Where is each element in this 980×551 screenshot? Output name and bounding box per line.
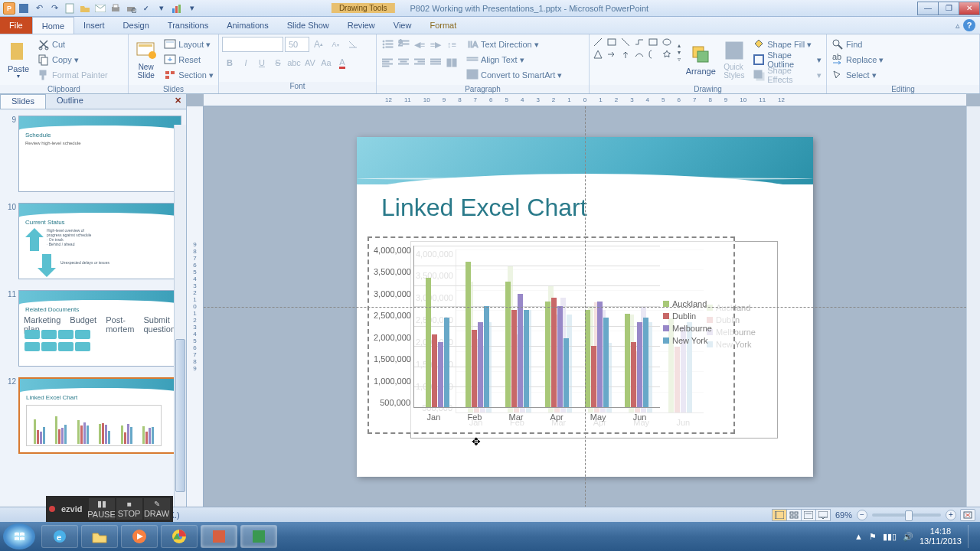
shape-rect2-icon[interactable] (648, 37, 658, 47)
find-button[interactable]: Find (830, 37, 885, 52)
font-family-input[interactable] (222, 37, 283, 52)
tray-volume-icon[interactable]: 🔊 (903, 532, 913, 542)
transitions-tab[interactable]: Transitions (158, 17, 217, 34)
zoom-level[interactable]: 69% (835, 510, 852, 520)
spacing-icon[interactable]: AV (302, 55, 318, 70)
paste-button[interactable]: Paste▼ (3, 37, 34, 83)
italic-icon[interactable]: I (238, 55, 253, 70)
align-left-icon[interactable] (380, 55, 395, 70)
taskbar-powerpoint-icon[interactable]: P (201, 525, 237, 548)
taskbar-explorer-icon[interactable] (81, 525, 118, 548)
fit-window-icon[interactable] (960, 509, 975, 521)
zoom-out-icon[interactable]: − (857, 510, 867, 520)
view-tab[interactable]: View (384, 17, 421, 34)
shape-conn-icon[interactable] (634, 37, 645, 47)
new-icon[interactable] (63, 2, 77, 15)
reset-button[interactable]: Reset (162, 52, 215, 67)
maximize-button[interactable]: ❐ (938, 2, 959, 15)
font-color-icon[interactable]: A (335, 55, 350, 70)
zoom-in-icon[interactable]: + (946, 510, 956, 520)
thumbnail-list[interactable]: 9 ScheduleReview high-level schedule 10 … (0, 109, 186, 507)
shape-tri-icon[interactable] (593, 49, 603, 60)
section-button[interactable]: Section ▾ (162, 67, 215, 83)
nav-close-icon[interactable]: ✕ (170, 94, 186, 109)
shape-outline-button[interactable]: Shape Outline ▾ (751, 52, 823, 67)
animations-tab[interactable]: Animations (217, 17, 277, 34)
cut-button[interactable]: Cut (36, 37, 109, 52)
clear-format-icon[interactable] (345, 37, 360, 52)
show-desktop-button[interactable] (968, 525, 974, 548)
bullets-icon[interactable] (380, 37, 395, 52)
grow-font-icon[interactable]: A▴ (311, 37, 326, 52)
minimize-button[interactable]: — (917, 2, 939, 15)
thumbnail-9[interactable]: 9 ScheduleReview high-level schedule (5, 116, 181, 192)
system-tray[interactable]: ▲ ⚑ ▮▮▯ 🔊 14:1813/11/2013 (854, 525, 977, 548)
replace-button[interactable]: abReplace ▾ (830, 52, 885, 67)
new-slide-button[interactable]: New Slide (132, 37, 160, 83)
recorder-stop-button[interactable]: ■STOP (116, 498, 142, 520)
tray-network-icon[interactable]: ▮▮▯ (883, 532, 897, 542)
align-text-button[interactable]: Align Text ▾ (465, 52, 564, 67)
align-center-icon[interactable] (396, 55, 411, 70)
line-spacing-icon[interactable]: ↕≡ (444, 37, 459, 52)
taskbar-chrome-icon[interactable] (161, 525, 198, 548)
shape-arrowu-icon[interactable] (620, 49, 631, 60)
shapes-gallery[interactable] (593, 37, 674, 60)
slideshow-tab[interactable]: Slide Show (278, 17, 338, 34)
file-tab[interactable]: File (0, 17, 32, 34)
format-painter-button[interactable]: Format Painter (36, 67, 109, 83)
shape-rect-icon[interactable] (606, 37, 617, 47)
shadow-icon[interactable]: abc (286, 55, 302, 70)
review-tab[interactable]: Review (338, 17, 384, 34)
shrink-font-icon[interactable]: A▾ (328, 37, 343, 52)
arrange-button[interactable]: Arrange (684, 37, 717, 83)
shape-brace-icon[interactable] (648, 49, 658, 60)
chart-object[interactable]: 500,0001,000,0001,500,0002,000,0002,500,… (368, 236, 735, 434)
columns-icon[interactable] (444, 55, 459, 70)
dedent-icon[interactable]: ◀≡ (412, 37, 427, 52)
normal-view-icon[interactable] (772, 509, 787, 521)
shape-fill-button[interactable]: Shape Fill ▾ (751, 37, 823, 52)
case-icon[interactable]: Aa (318, 55, 334, 70)
print-quick-icon[interactable] (109, 2, 122, 15)
thumbnail-11[interactable]: 11 Related Documents MarketingplanBudget… (5, 290, 181, 367)
copy-button[interactable]: Copy ▾ (36, 52, 109, 67)
shape-line2-icon[interactable] (620, 37, 631, 47)
zoom-slider[interactable] (872, 514, 941, 517)
insert-tab[interactable]: Insert (74, 17, 114, 34)
start-button[interactable] (3, 523, 35, 549)
design-tab[interactable]: Design (114, 17, 158, 34)
ribbon-minimize-icon[interactable]: ▵ (956, 21, 960, 31)
indent-icon[interactable]: ≡▶ (428, 37, 443, 52)
help-icon[interactable]: ? (963, 19, 975, 31)
undo-icon[interactable]: ↶ (32, 2, 46, 15)
shape-arrowr-icon[interactable] (606, 49, 617, 60)
editor-scrollbar[interactable] (966, 106, 980, 507)
shape-effects-button[interactable]: Shape Effects ▾ (751, 67, 823, 83)
qat-more-icon[interactable]: ▾ (155, 2, 168, 15)
font-size-input[interactable] (285, 37, 309, 52)
slide-title[interactable]: Linked Excel Chart (381, 194, 587, 222)
tray-clock[interactable]: 14:1813/11/2013 (920, 527, 962, 546)
thumbnail-12[interactable]: 12 Linked Excel Chart (5, 377, 181, 454)
spelling-icon[interactable]: ✓ (139, 2, 153, 15)
reading-view-icon[interactable] (801, 509, 816, 521)
outline-tab[interactable]: Outline (46, 94, 94, 109)
align-right-icon[interactable] (412, 55, 427, 70)
open-icon[interactable] (78, 2, 92, 15)
select-button[interactable]: Select ▾ (830, 67, 885, 83)
strike-icon[interactable]: S (270, 55, 286, 70)
recorder-pause-button[interactable]: ▮▮PAUSE (89, 498, 115, 520)
qat-customize-icon[interactable]: ▾ (185, 2, 199, 15)
quick-styles-button[interactable]: A Quick Styles (719, 37, 749, 83)
shape-curve-icon[interactable] (634, 49, 645, 60)
close-button[interactable]: ✕ (959, 2, 980, 15)
shape-line-icon[interactable] (593, 37, 603, 47)
tray-flag-icon[interactable]: ▲ (854, 532, 863, 541)
shape-star-icon[interactable] (662, 49, 672, 60)
sorter-view-icon[interactable] (786, 509, 802, 521)
print-preview-icon[interactable] (124, 2, 138, 15)
convert-smartart-button[interactable]: Convert to SmartArt ▾ (465, 67, 564, 83)
chart-qat-icon[interactable] (170, 2, 184, 15)
format-tab[interactable]: Format (420, 17, 466, 34)
